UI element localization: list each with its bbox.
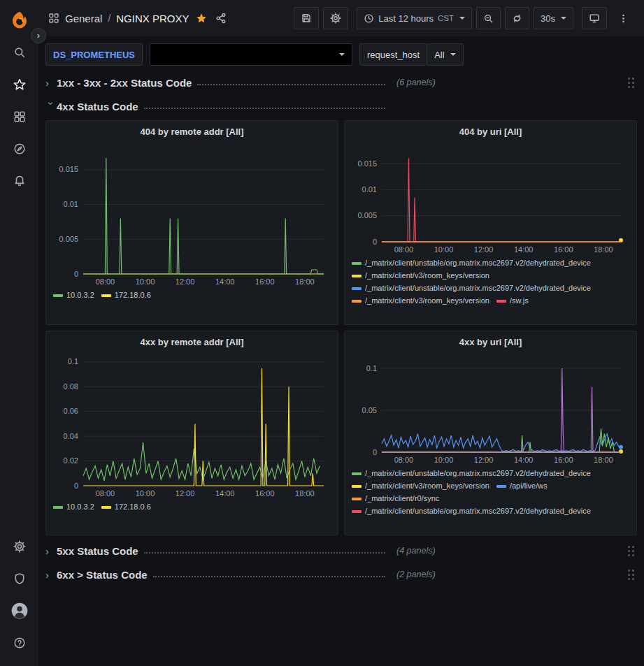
breadcrumb-separator: /: [108, 13, 110, 24]
legend-series-swatch: [352, 485, 362, 488]
svg-text:16:00: 16:00: [554, 245, 573, 254]
request-host-select[interactable]: All: [427, 43, 463, 66]
legend-item[interactable]: /_matrix/client/unstable/org.matrix.msc2…: [352, 257, 591, 269]
legend-item[interactable]: /_matrix/client/unstable/org.matrix.msc2…: [352, 505, 591, 517]
monitor-icon: [589, 13, 600, 24]
row-drag-handle[interactable]: [628, 570, 634, 580]
sidebar-item-server-admin[interactable]: [0, 563, 38, 595]
svg-text:12:00: 12:00: [175, 277, 194, 286]
dashboard-row-6xx[interactable]: › 6xx > Status Code (2 panels): [45, 565, 637, 584]
sidebar-item-explore[interactable]: [0, 133, 38, 165]
favorite-star-icon[interactable]: [196, 13, 207, 24]
datasource-select[interactable]: [150, 43, 352, 66]
svg-text:0.01: 0.01: [63, 200, 78, 208]
panel-title[interactable]: 4xx by uri [All]: [350, 334, 631, 349]
caret-down-icon: [339, 53, 345, 56]
row-drag-handle[interactable]: [628, 546, 634, 556]
svg-text:0.015: 0.015: [59, 165, 78, 173]
svg-text:10:00: 10:00: [434, 456, 453, 464]
chevron-right-icon: ›: [45, 77, 57, 89]
gear-icon: [13, 540, 26, 553]
legend-item[interactable]: /sw.js: [496, 295, 529, 307]
legend-item[interactable]: 172.18.0.6: [101, 289, 151, 301]
save-dashboard-button[interactable]: [294, 7, 319, 29]
legend-series-label: 10.0.3.2: [66, 289, 94, 301]
sidebar: ›: [0, 0, 38, 666]
grafana-flame-icon: [10, 10, 29, 30]
zoom-out-button[interactable]: [476, 7, 501, 29]
legend-item[interactable]: /_matrix/client/v3/room_keys/version: [352, 270, 489, 282]
svg-text:0.04: 0.04: [63, 432, 78, 440]
svg-text:08:00: 08:00: [394, 245, 413, 254]
row-dotted-leader: [144, 108, 385, 109]
time-series-chart[interactable]: 00.0050.010.01508:0010:0012:0014:0016:00…: [54, 140, 331, 288]
time-series-chart[interactable]: 00.020.040.060.080.108:0010:0012:0014:00…: [54, 350, 331, 500]
sidebar-item-starred[interactable]: [0, 68, 38, 101]
svg-text:14:00: 14:00: [513, 456, 533, 464]
refresh-button[interactable]: [505, 7, 529, 29]
row-title: 6xx > Status Code: [57, 569, 148, 581]
legend-series-label: /sw.js: [510, 295, 529, 307]
legend-item[interactable]: /_matrix/client/v3/room_keys/version: [352, 295, 489, 307]
dashboard-row-5xx[interactable]: › 5xx Status Code (4 panels): [45, 541, 637, 560]
legend-series-label: /_matrix/client/r0/sync: [365, 493, 439, 505]
refresh-icon: [512, 13, 522, 24]
shield-icon: [13, 572, 26, 585]
sidebar-item-configuration[interactable]: [0, 530, 38, 563]
svg-text:10:00: 10:00: [135, 489, 155, 498]
svg-text:18:00: 18:00: [594, 245, 613, 254]
share-icon[interactable]: [215, 13, 227, 24]
panel-title[interactable]: 4xx by remote addr [All]: [52, 334, 332, 349]
row-dotted-leader: [197, 84, 385, 85]
svg-text:10:00: 10:00: [434, 245, 453, 254]
time-range-picker[interactable]: Last 12 hours CST: [357, 7, 472, 29]
legend-series-label: /_matrix/client/v3/room_keys/version: [365, 270, 489, 282]
panel-title[interactable]: 404 by uri [All]: [350, 124, 631, 138]
panel-title[interactable]: 404 by remote addr [All]: [52, 124, 332, 138]
legend-series-swatch: [352, 510, 362, 513]
sidebar-expand-button[interactable]: ›: [31, 28, 46, 43]
svg-text:0: 0: [73, 482, 78, 490]
legend-item[interactable]: /_matrix/client/unstable/org.matrix.msc2…: [352, 468, 591, 479]
svg-text:0: 0: [372, 238, 376, 246]
dashboard-settings-button[interactable]: [323, 7, 348, 29]
refresh-interval-label: 30s: [541, 13, 555, 24]
caret-down-icon: [561, 17, 566, 20]
svg-text:08:00: 08:00: [95, 277, 115, 286]
legend-item[interactable]: 172.18.0.6: [101, 501, 151, 513]
legend-item[interactable]: /api/live/ws: [496, 480, 548, 492]
sidebar-item-profile[interactable]: [0, 595, 38, 627]
legend-item[interactable]: /_matrix/client/r0/sync: [352, 493, 439, 505]
row-drag-handle[interactable]: [628, 78, 634, 88]
legend-item[interactable]: 10.0.3.2: [53, 501, 94, 513]
search-icon: [13, 46, 26, 59]
row-dotted-leader: [144, 552, 385, 553]
panel-grid: 404 by remote addr [All] 00.0050.010.015…: [45, 120, 637, 535]
variables-bar: DS_PROMETHEUS request_host All: [44, 43, 638, 66]
time-series-chart[interactable]: 00.0050.010.01508:0010:0012:0014:0016:00…: [352, 140, 629, 256]
refresh-interval-picker[interactable]: 30s: [534, 7, 573, 29]
legend-series-swatch: [352, 300, 362, 303]
compass-icon: [13, 143, 26, 155]
time-series-chart[interactable]: 00.050.108:0010:0012:0014:0016:0018:00: [352, 350, 629, 466]
svg-text:14:00: 14:00: [513, 245, 533, 254]
dashboard-row-1xx[interactable]: › 1xx - 3xx - 2xx Status Code (6 panels): [45, 73, 637, 92]
caret-down-icon: [450, 53, 456, 56]
clock-icon: [364, 13, 374, 24]
legend-item[interactable]: 10.0.3.2: [53, 289, 94, 301]
legend-item[interactable]: /_matrix/client/unstable/org.matrix.msc2…: [352, 282, 591, 294]
breadcrumb-title[interactable]: NGINX PROXY: [116, 13, 189, 24]
more-options-button[interactable]: [611, 7, 636, 29]
sidebar-item-help[interactable]: [0, 627, 38, 659]
dashboard-row-4xx[interactable]: › 4xx Status Code: [45, 96, 637, 116]
main-column: General / NGINX PROXY: [38, 0, 644, 666]
user-avatar: [10, 602, 29, 620]
sidebar-item-alerting[interactable]: [0, 165, 38, 197]
breadcrumb-root[interactable]: General: [65, 13, 102, 24]
svg-text:0.01: 0.01: [362, 185, 376, 194]
svg-text:18:00: 18:00: [594, 456, 613, 464]
sidebar-item-dashboards[interactable]: [0, 101, 38, 133]
gear-icon: [330, 13, 341, 24]
tv-mode-button[interactable]: [582, 7, 607, 29]
legend-item[interactable]: /_matrix/client/v3/room_keys/version: [352, 480, 489, 492]
